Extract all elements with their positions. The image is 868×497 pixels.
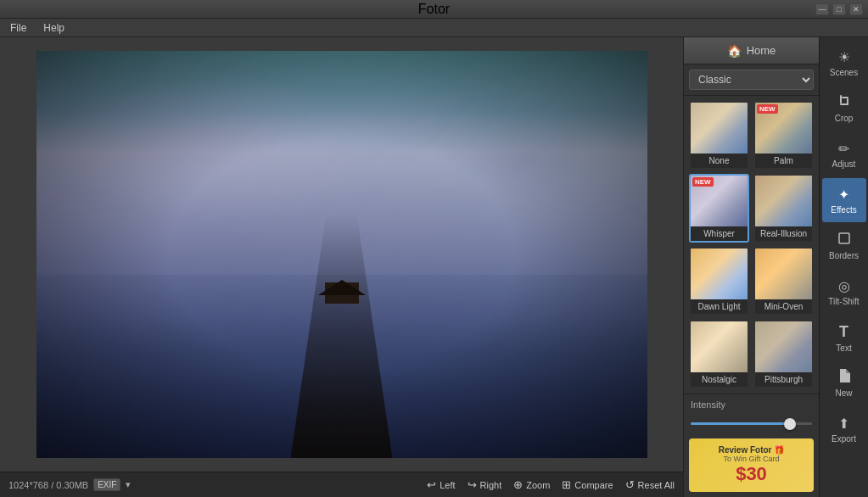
photo-container — [0, 37, 683, 472]
promo-text1: Review Fotor 🎁 — [696, 445, 807, 455]
compare-label: Compare — [574, 480, 613, 490]
photo-canvas — [36, 51, 647, 458]
home-icon: 🏠 — [727, 44, 742, 58]
promo-banner[interactable]: Review Fotor 🎁 To Win Gift Card $30 — [689, 438, 814, 492]
text-label: Text — [836, 343, 851, 353]
effect-nostalgic-label: Nostalgic — [691, 372, 748, 387]
vignette-overlay — [36, 51, 647, 458]
export-icon: ⬆ — [838, 416, 849, 432]
tilt-shift-icon: ◎ — [838, 278, 850, 294]
category-select[interactable]: Classic Retro Film Lomo Black & White — [689, 70, 814, 90]
menu-file[interactable]: File — [7, 20, 30, 36]
effect-whisper-label: Whisper — [691, 226, 748, 241]
intensity-label: Intensity — [691, 399, 812, 410]
maximize-button[interactable]: □ — [832, 3, 846, 15]
window-controls: — □ ✕ — [815, 3, 863, 15]
intensity-slider[interactable] — [691, 422, 812, 425]
text-icon: T — [839, 323, 848, 341]
home-button[interactable]: 🏠 Home — [684, 37, 819, 64]
dropdown-arrow[interactable]: ▾ — [126, 479, 131, 490]
toolbar-effects[interactable]: ✦ Effects — [822, 178, 866, 222]
category-bar: Classic Retro Film Lomo Black & White — [684, 64, 819, 96]
rotate-right-tool[interactable]: ↪ Right — [468, 478, 502, 491]
rotate-left-label: Left — [440, 480, 455, 490]
toolbar-scenes[interactable]: ☀ Scenes — [822, 41, 866, 85]
compare-tool[interactable]: ⊞ Compare — [562, 478, 613, 491]
borders-icon — [837, 232, 851, 248]
adjust-label: Adjust — [832, 159, 856, 169]
exif-badge[interactable]: EXIF — [93, 478, 120, 491]
promo-text2: To Win Gift Card — [696, 455, 807, 463]
new-label: New — [835, 388, 852, 398]
bottom-tools: ↩ Left ↪ Right ⊕ Zoom ⊞ Compare ↺ Rese — [427, 478, 675, 491]
effects-grid: None NEW Palm NEW Whisper — [684, 96, 819, 394]
canvas-area: 1024*768 / 0.30MB EXIF ▾ ↩ Left ↪ Right … — [0, 37, 683, 497]
effect-nostalgic[interactable]: Nostalgic — [689, 320, 749, 388]
effect-palm-label: Palm — [755, 154, 812, 168]
adjust-icon: ✏ — [838, 141, 849, 157]
zoom-icon: ⊕ — [513, 478, 523, 491]
effect-none[interactable]: None — [689, 101, 749, 170]
toolbar-adjust[interactable]: ✏ Adjust — [822, 132, 866, 176]
effect-whisper[interactable]: NEW Whisper — [689, 174, 749, 243]
scenes-icon: ☀ — [838, 49, 850, 65]
right-toolbar: ☀ Scenes Crop ✏ Adjust ✦ Effects — [819, 37, 868, 497]
reset-icon: ↺ — [625, 478, 635, 491]
crop-icon — [837, 94, 851, 111]
effect-none-label: None — [691, 154, 748, 168]
scenes-label: Scenes — [830, 68, 858, 77]
svg-rect-3 — [842, 97, 848, 98]
toolbar-new[interactable]: New — [822, 361, 866, 405]
effect-real-illusion-label: Real-Illusion — [755, 226, 812, 241]
export-label: Export — [832, 434, 856, 444]
rotate-left-tool[interactable]: ↩ Left — [427, 478, 455, 491]
effect-palm[interactable]: NEW Palm — [753, 101, 814, 170]
borders-label: Borders — [829, 251, 859, 260]
toolbar-text[interactable]: T Text — [822, 316, 866, 360]
crop-label: Crop — [835, 114, 854, 123]
title-bar: Fotor — □ ✕ — [0, 0, 868, 19]
toolbar-borders[interactable]: Borders — [822, 224, 866, 268]
effect-real-illusion[interactable]: Real-Illusion — [753, 174, 814, 243]
rotate-right-icon: ↪ — [468, 478, 477, 491]
main-layout: 1024*768 / 0.30MB EXIF ▾ ↩ Left ↪ Right … — [0, 37, 868, 497]
menu-bar: File Help — [0, 19, 868, 37]
zoom-label: Zoom — [526, 480, 550, 490]
intensity-section: Intensity — [684, 394, 819, 433]
new-badge-whisper: NEW — [692, 177, 714, 187]
effect-dawn-light-label: Dawn Light — [691, 299, 748, 314]
bottom-bar: 1024*768 / 0.30MB EXIF ▾ ↩ Left ↪ Right … — [0, 472, 683, 497]
app-title: Fotor — [418, 2, 450, 17]
svg-rect-4 — [839, 233, 849, 243]
new-badge-palm: NEW — [757, 104, 778, 114]
promo-price: $30 — [696, 463, 807, 485]
svg-rect-2 — [847, 98, 848, 105]
rotate-right-label: Right — [480, 480, 502, 490]
toolbar-tilt-shift[interactable]: ◎ Tilt-Shift — [822, 270, 866, 314]
tilt-shift-label: Tilt-Shift — [828, 297, 859, 306]
effect-pittsburgh[interactable]: Pittsburgh — [753, 320, 814, 388]
effect-pittsburgh-label: Pittsburgh — [755, 372, 812, 387]
effects-panel: 🏠 Home Classic Retro Film Lomo Black & W… — [683, 37, 819, 497]
home-label: Home — [747, 44, 776, 57]
menu-help[interactable]: Help — [40, 20, 68, 36]
svg-rect-0 — [840, 95, 842, 103]
svg-rect-5 — [840, 369, 846, 370]
reset-label: Reset All — [638, 480, 675, 490]
zoom-tool[interactable]: ⊕ Zoom — [513, 478, 550, 491]
new-icon — [838, 369, 850, 386]
compare-icon: ⊞ — [562, 478, 571, 491]
effects-label: Effects — [831, 205, 856, 215]
file-dimensions: 1024*768 / 0.30MB — [8, 480, 88, 490]
effect-mini-oven-label: Mini-Oven — [755, 299, 812, 314]
toolbar-export[interactable]: ⬆ Export — [822, 407, 866, 451]
effect-mini-oven[interactable]: Mini-Oven — [753, 247, 814, 316]
file-info: 1024*768 / 0.30MB EXIF ▾ — [8, 478, 131, 491]
close-button[interactable]: ✕ — [849, 3, 863, 15]
minimize-button[interactable]: — — [815, 3, 829, 15]
effects-icon: ✦ — [838, 187, 849, 203]
rotate-left-icon: ↩ — [427, 478, 436, 491]
toolbar-crop[interactable]: Crop — [822, 87, 866, 131]
effect-dawn-light[interactable]: Dawn Light — [689, 247, 749, 316]
reset-tool[interactable]: ↺ Reset All — [625, 478, 675, 491]
